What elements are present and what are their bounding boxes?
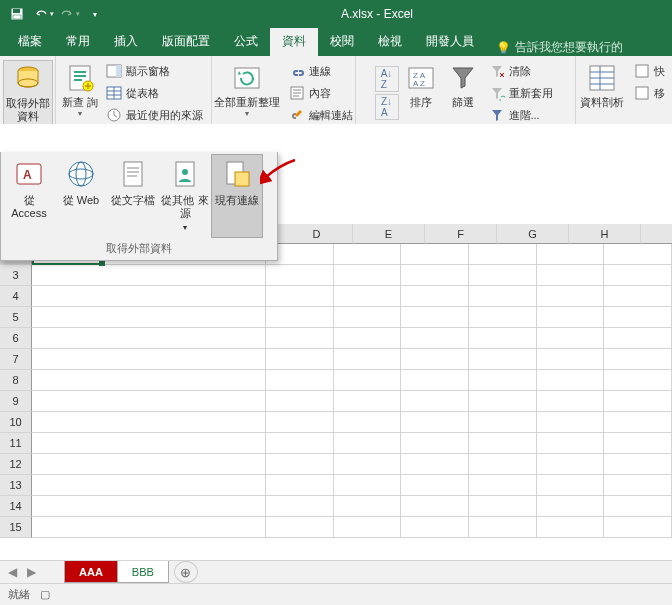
- cell[interactable]: [604, 391, 672, 412]
- cell[interactable]: [401, 286, 469, 307]
- cell[interactable]: [604, 517, 672, 538]
- row-header[interactable]: 15: [0, 517, 32, 538]
- cell[interactable]: [537, 517, 605, 538]
- cell[interactable]: [401, 454, 469, 475]
- cell[interactable]: [32, 517, 266, 538]
- redo-button[interactable]: ▾: [58, 3, 80, 25]
- tab-data[interactable]: 資料: [270, 28, 318, 56]
- show-queries-button[interactable]: 顯示窗格: [102, 60, 207, 82]
- undo-button[interactable]: ▾: [32, 3, 54, 25]
- cell[interactable]: [537, 307, 605, 328]
- cell[interactable]: [266, 517, 334, 538]
- cell[interactable]: [537, 475, 605, 496]
- row-header[interactable]: 12: [0, 454, 32, 475]
- cell[interactable]: [334, 496, 402, 517]
- row-header[interactable]: 9: [0, 391, 32, 412]
- tab-developer[interactable]: 開發人員: [414, 28, 486, 56]
- cell[interactable]: [334, 391, 402, 412]
- cell[interactable]: [537, 391, 605, 412]
- cell[interactable]: [266, 391, 334, 412]
- cell[interactable]: [334, 433, 402, 454]
- cell[interactable]: [32, 454, 266, 475]
- cell[interactable]: [266, 370, 334, 391]
- cell[interactable]: [266, 433, 334, 454]
- cell[interactable]: [32, 496, 266, 517]
- cell[interactable]: [469, 370, 537, 391]
- row-header[interactable]: 10: [0, 412, 32, 433]
- cell[interactable]: [604, 349, 672, 370]
- cell[interactable]: [266, 496, 334, 517]
- cell[interactable]: [334, 475, 402, 496]
- cell[interactable]: [469, 307, 537, 328]
- cell[interactable]: [32, 370, 266, 391]
- cell[interactable]: [604, 307, 672, 328]
- from-access-button[interactable]: A 從 Access: [3, 154, 55, 238]
- cell[interactable]: [604, 454, 672, 475]
- cell[interactable]: [469, 454, 537, 475]
- cell[interactable]: [469, 328, 537, 349]
- cell[interactable]: [334, 328, 402, 349]
- cell[interactable]: [266, 475, 334, 496]
- cell[interactable]: [32, 328, 266, 349]
- sort-az-button[interactable]: A↓Z: [375, 66, 399, 92]
- cell[interactable]: [401, 496, 469, 517]
- tell-me-search[interactable]: 💡 告訴我您想要執行的: [490, 39, 629, 56]
- cell[interactable]: [537, 244, 605, 265]
- cell[interactable]: [469, 391, 537, 412]
- cell[interactable]: [537, 328, 605, 349]
- cell[interactable]: [32, 391, 266, 412]
- cell[interactable]: [401, 349, 469, 370]
- text-to-columns-button[interactable]: 資料剖析: [576, 60, 628, 132]
- column-header[interactable]: F: [425, 224, 497, 244]
- cell[interactable]: [401, 412, 469, 433]
- from-text-button[interactable]: 從文字檔: [107, 154, 159, 238]
- cell[interactable]: [334, 517, 402, 538]
- row-header[interactable]: 4: [0, 286, 32, 307]
- column-header[interactable]: I: [641, 224, 672, 244]
- row-header[interactable]: 11: [0, 433, 32, 454]
- tab-review[interactable]: 校閱: [318, 28, 366, 56]
- column-header[interactable]: D: [281, 224, 353, 244]
- cell[interactable]: [469, 265, 537, 286]
- reapply-button[interactable]: 重新套用: [485, 82, 557, 104]
- flash-fill-button[interactable]: 快: [630, 60, 669, 82]
- from-table-button[interactable]: 從表格: [102, 82, 207, 104]
- tab-file[interactable]: 檔案: [6, 28, 54, 56]
- cell[interactable]: [401, 391, 469, 412]
- row-header[interactable]: 14: [0, 496, 32, 517]
- cell[interactable]: [537, 454, 605, 475]
- cell[interactable]: [537, 412, 605, 433]
- cell[interactable]: [401, 328, 469, 349]
- existing-connections-button[interactable]: 現有連線: [211, 154, 263, 238]
- sheet-tab-aaa[interactable]: AAA: [64, 561, 118, 583]
- cell[interactable]: [401, 475, 469, 496]
- cell[interactable]: [469, 349, 537, 370]
- cell[interactable]: [604, 244, 672, 265]
- cell[interactable]: [537, 286, 605, 307]
- qat-customize-button[interactable]: ▾: [84, 3, 106, 25]
- advanced-filter-button[interactable]: 進階...: [485, 104, 557, 126]
- row-header[interactable]: 6: [0, 328, 32, 349]
- tab-formulas[interactable]: 公式: [222, 28, 270, 56]
- cell[interactable]: [32, 433, 266, 454]
- row-header[interactable]: 5: [0, 307, 32, 328]
- from-web-button[interactable]: 從 Web: [55, 154, 107, 238]
- cell[interactable]: [401, 370, 469, 391]
- column-header[interactable]: E: [353, 224, 425, 244]
- from-other-button[interactable]: 從其他 來源▾: [159, 154, 211, 238]
- cell[interactable]: [266, 265, 334, 286]
- cell[interactable]: [469, 412, 537, 433]
- cell[interactable]: [401, 244, 469, 265]
- cell[interactable]: [32, 349, 266, 370]
- tab-pagelayout[interactable]: 版面配置: [150, 28, 222, 56]
- cell[interactable]: [334, 244, 402, 265]
- filter-button[interactable]: 篩選: [443, 60, 483, 132]
- new-query-button[interactable]: 新查 詢 ▾: [60, 60, 100, 132]
- cell[interactable]: [32, 307, 266, 328]
- cell[interactable]: [401, 433, 469, 454]
- row-header[interactable]: 8: [0, 370, 32, 391]
- cell[interactable]: [266, 412, 334, 433]
- tab-view[interactable]: 檢視: [366, 28, 414, 56]
- properties-button[interactable]: 內容: [285, 82, 357, 104]
- cell[interactable]: [401, 307, 469, 328]
